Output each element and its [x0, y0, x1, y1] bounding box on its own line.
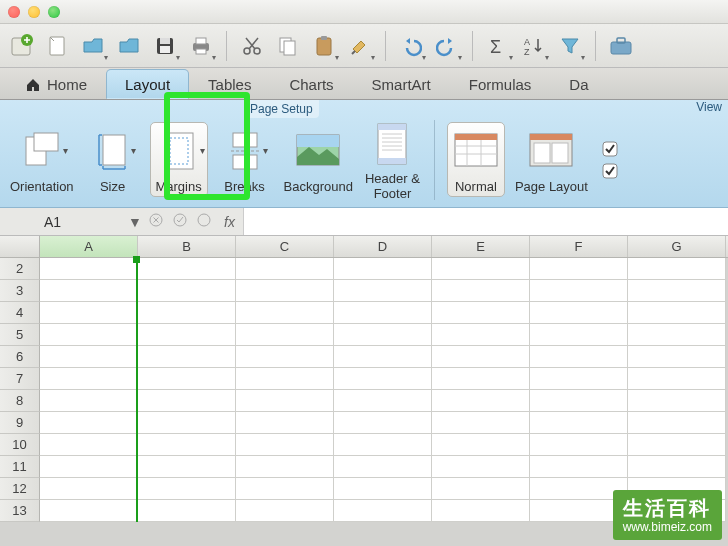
cell[interactable]	[236, 390, 334, 412]
name-box[interactable]: A1	[0, 214, 126, 230]
orientation-button[interactable]: ▾ Orientation	[8, 123, 76, 196]
tab-formulas[interactable]: Formulas	[450, 69, 551, 99]
cell[interactable]	[432, 280, 530, 302]
cell[interactable]	[334, 456, 432, 478]
copy-button[interactable]	[271, 29, 305, 63]
margins-button[interactable]: ▾ Margins	[150, 122, 208, 197]
cell[interactable]	[236, 412, 334, 434]
column-header[interactable]: A	[40, 236, 138, 257]
cell[interactable]	[236, 346, 334, 368]
sort-button[interactable]: AZ	[517, 29, 551, 63]
cell[interactable]	[138, 478, 236, 500]
cell[interactable]	[236, 368, 334, 390]
minimize-window-button[interactable]	[28, 6, 40, 18]
insert-function-button[interactable]	[192, 213, 216, 230]
row-header[interactable]: 2	[0, 258, 40, 280]
cell[interactable]	[432, 456, 530, 478]
cell[interactable]	[628, 280, 726, 302]
column-header[interactable]: D	[334, 236, 432, 257]
row-header[interactable]: 6	[0, 346, 40, 368]
enter-formula-button[interactable]	[168, 213, 192, 230]
cell[interactable]	[432, 434, 530, 456]
cancel-formula-button[interactable]	[144, 213, 168, 230]
cell[interactable]	[40, 478, 138, 500]
cell[interactable]	[628, 302, 726, 324]
cell[interactable]	[236, 478, 334, 500]
redo-button[interactable]	[430, 29, 464, 63]
cell[interactable]	[334, 346, 432, 368]
cell[interactable]	[530, 346, 628, 368]
cell[interactable]	[530, 258, 628, 280]
column-header[interactable]: B	[138, 236, 236, 257]
formula-input[interactable]	[243, 208, 728, 235]
row-header[interactable]: 8	[0, 390, 40, 412]
fill-handle[interactable]	[133, 256, 140, 263]
cell[interactable]	[40, 390, 138, 412]
column-header[interactable]: C	[236, 236, 334, 257]
tab-charts[interactable]: Charts	[270, 69, 352, 99]
cell[interactable]	[334, 324, 432, 346]
cell[interactable]	[432, 368, 530, 390]
view-page-layout-button[interactable]: Page Layout	[513, 123, 590, 196]
cell[interactable]	[432, 478, 530, 500]
cell[interactable]	[138, 368, 236, 390]
tab-data[interactable]: Da	[550, 69, 607, 99]
open-button[interactable]	[76, 29, 110, 63]
open-recent-button[interactable]	[112, 29, 146, 63]
cell[interactable]	[530, 456, 628, 478]
row-header[interactable]: 12	[0, 478, 40, 500]
header-footer-button[interactable]: Header & Footer	[363, 116, 422, 203]
cell[interactable]	[334, 434, 432, 456]
cell[interactable]	[40, 258, 138, 280]
cell[interactable]	[334, 368, 432, 390]
cell[interactable]	[334, 258, 432, 280]
cell[interactable]	[530, 368, 628, 390]
row-header[interactable]: 3	[0, 280, 40, 302]
cell[interactable]	[138, 390, 236, 412]
cell[interactable]	[138, 456, 236, 478]
autosum-button[interactable]: Σ	[481, 29, 515, 63]
row-header[interactable]: 10	[0, 434, 40, 456]
row-header[interactable]: 5	[0, 324, 40, 346]
tab-layout[interactable]: Layout	[106, 69, 189, 99]
select-all-corner[interactable]	[0, 236, 40, 257]
background-button[interactable]: Background	[282, 123, 355, 196]
cell[interactable]	[530, 434, 628, 456]
tab-home[interactable]: Home	[6, 69, 106, 99]
tab-tables[interactable]: Tables	[189, 69, 270, 99]
cell[interactable]	[432, 258, 530, 280]
cell[interactable]	[40, 500, 138, 522]
view-normal-button[interactable]: Normal	[447, 122, 505, 197]
cell[interactable]	[138, 258, 236, 280]
diskette-button[interactable]	[148, 29, 182, 63]
cell[interactable]	[236, 434, 334, 456]
size-button[interactable]: ▾ Size	[84, 123, 142, 196]
column-header[interactable]: E	[432, 236, 530, 257]
name-box-dropdown[interactable]: ▼	[126, 214, 144, 230]
cell[interactable]	[628, 346, 726, 368]
cell[interactable]	[530, 412, 628, 434]
cell[interactable]	[236, 302, 334, 324]
cell[interactable]	[236, 456, 334, 478]
checkbox-checked-icon[interactable]	[602, 141, 618, 157]
cell[interactable]	[40, 302, 138, 324]
cell[interactable]	[236, 324, 334, 346]
cell[interactable]	[530, 390, 628, 412]
undo-button[interactable]	[394, 29, 428, 63]
cell[interactable]	[40, 280, 138, 302]
format-painter-button[interactable]	[343, 29, 377, 63]
cell[interactable]	[628, 456, 726, 478]
cell[interactable]	[40, 346, 138, 368]
cell[interactable]	[432, 390, 530, 412]
cell[interactable]	[40, 434, 138, 456]
cell[interactable]	[432, 346, 530, 368]
cell[interactable]	[138, 434, 236, 456]
filter-button[interactable]	[553, 29, 587, 63]
cell[interactable]	[432, 324, 530, 346]
cell[interactable]	[334, 500, 432, 522]
cell[interactable]	[236, 258, 334, 280]
column-header[interactable]: G	[628, 236, 726, 257]
cell[interactable]	[628, 258, 726, 280]
row-header[interactable]: 4	[0, 302, 40, 324]
toolbox-button[interactable]	[604, 29, 638, 63]
